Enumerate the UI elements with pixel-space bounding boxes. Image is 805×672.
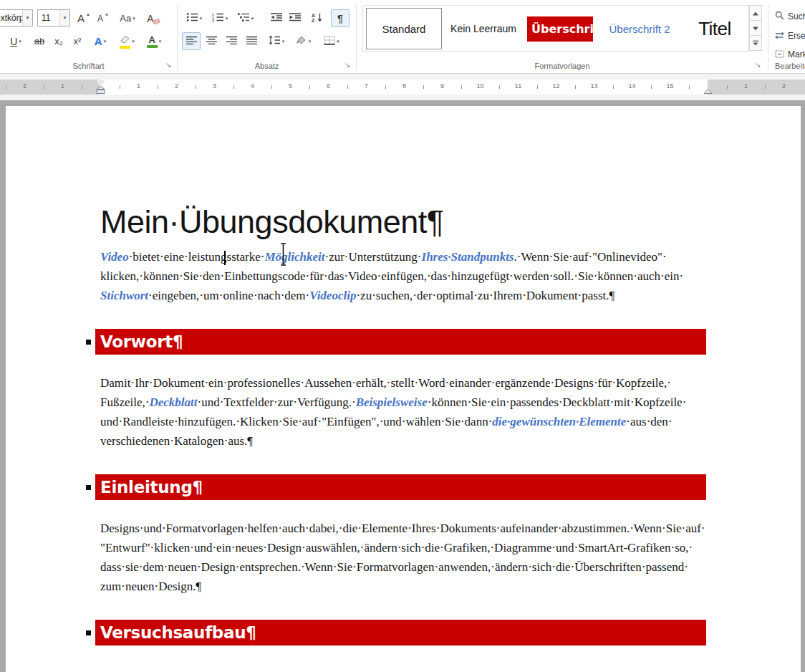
ruler-number: 12	[552, 83, 559, 90]
show-formatting-marks-button[interactable]: ¶	[331, 9, 350, 27]
emphasis-text: Video	[100, 250, 129, 264]
pilcrow-icon: ¶	[337, 13, 343, 24]
page[interactable]: Mein·​Übungsdokument¶ Video·​bietet·​ein…	[6, 106, 801, 672]
heading-bar[interactable]: Einleitung¶	[95, 474, 706, 500]
chevron-down-icon[interactable]: ▾	[282, 39, 285, 44]
increase-indent-button[interactable]	[286, 9, 304, 27]
chevron-down-icon[interactable]: ▾	[159, 39, 162, 44]
style-ueberschrift-1[interactable]: Überschrift 1	[525, 8, 595, 49]
heading-text: Vorwort¶	[100, 332, 183, 351]
decrease-indent-button[interactable]	[268, 9, 285, 27]
text-effects-button[interactable]: A ▾	[89, 32, 112, 50]
heading-bar[interactable]: Versuchsaufbau¶	[95, 620, 706, 645]
multilevel-list-button[interactable]: ▾	[233, 9, 258, 27]
hanging-indent-marker[interactable]	[96, 86, 105, 95]
superscript-button[interactable]: x²	[69, 32, 86, 50]
styles-scroll-down-button[interactable]	[749, 20, 762, 36]
ruler-tick	[423, 85, 424, 89]
styles-more-button[interactable]	[749, 35, 762, 51]
document-title[interactable]: Mein·​Übungsdokument¶	[100, 203, 706, 241]
replace-button[interactable]: Ersetzen	[775, 29, 805, 43]
chevron-down-icon[interactable]: ▾	[19, 39, 21, 44]
select-button[interactable]: Markieren	[775, 47, 805, 62]
caret-up-icon	[752, 6, 759, 19]
font-dialog-launcher-icon[interactable]: ↘	[165, 61, 171, 69]
chevron-down-icon[interactable]: ▾	[104, 39, 107, 44]
right-indent-marker[interactable]	[703, 89, 713, 95]
word-window: Textkörper ▾ 11 ▾ A ▲ A ▼ Aa ▾ A U ▾ ab	[0, 0, 805, 672]
shading-button[interactable]: ▾	[291, 32, 315, 50]
ruler-tick	[385, 85, 386, 89]
align-left-button[interactable]	[182, 32, 201, 50]
shrink-font-letter: A	[97, 14, 103, 24]
ruler-number: 6	[327, 83, 330, 90]
sort-button[interactable]: AZ	[308, 9, 327, 27]
paragraph[interactable]: Video·​bietet·​eine·​leistungsstarke·​Mö…	[100, 247, 706, 305]
font-size-combo[interactable]: 11 ▾	[37, 9, 70, 27]
paragraph-dialog-launcher-icon[interactable]: ↘	[344, 61, 350, 69]
ruler-tick	[575, 85, 576, 89]
numbered-list-button[interactable]: 123 ▾	[208, 9, 232, 27]
ruler-number: 13	[590, 83, 597, 90]
chevron-down-icon[interactable]: ▾	[251, 16, 254, 21]
clear-formatting-button[interactable]: A	[143, 9, 163, 27]
justify-button[interactable]	[242, 32, 261, 50]
chevron-down-icon[interactable]: ▾	[59, 10, 69, 26]
heading-text: Einleitung¶	[100, 478, 203, 496]
decrease-indent-icon	[271, 12, 283, 24]
ruler-number: 8	[403, 83, 406, 90]
search-button[interactable]: Suchen	[775, 9, 805, 24]
ruler-bar[interactable]: 1234567891011121314151212	[0, 80, 805, 95]
font-color-button[interactable]: A ▾	[142, 32, 166, 50]
subscript-label: x₂	[54, 36, 63, 47]
font-name-combo[interactable]: Textkörper ▾	[0, 9, 33, 27]
heading-bar[interactable]: Vorwort¶	[95, 329, 706, 355]
styles-dialog-launcher-icon[interactable]: ↘	[755, 61, 761, 69]
group-separator	[177, 4, 178, 70]
bullet-list-button[interactable]: ▾	[182, 9, 206, 27]
underline-button[interactable]: U ▾	[4, 32, 27, 50]
text-highlight-button[interactable]: ▾	[115, 32, 139, 50]
strikethrough-button[interactable]: ab	[30, 32, 49, 50]
chevron-down-icon[interactable]: ▾	[132, 39, 135, 44]
chevron-down-icon[interactable]: ▾	[200, 16, 203, 21]
ruler-scale: 1234567891011121314151212	[0, 80, 805, 95]
ruler-number: 4	[251, 83, 254, 90]
text-effects-letter: A	[95, 35, 102, 47]
style-kein-leerraum[interactable]: Kein Leerraum	[445, 8, 522, 49]
chevron-down-icon[interactable]: ▾	[226, 16, 228, 21]
grow-font-button[interactable]: A ▲	[74, 9, 93, 27]
emphasis-text: Deckblatt	[149, 395, 197, 409]
style-standard[interactable]: Standard	[366, 8, 442, 49]
shrink-font-button[interactable]: A ▼	[95, 9, 112, 27]
chevron-down-icon[interactable]: ▾	[22, 10, 32, 26]
ruler[interactable]: 1234567891011121314151212	[0, 74, 805, 100]
line-spacing-button[interactable]: ▾	[265, 32, 288, 50]
group-label-font: Schriftart	[0, 62, 177, 70]
replace-label: Ersetzen	[788, 31, 805, 41]
subscript-button[interactable]: x₂	[50, 32, 67, 50]
styles-scroll-up-button[interactable]	[749, 5, 762, 21]
ruler-tick	[82, 85, 82, 89]
ruler-number: 7	[365, 83, 368, 90]
style-titel[interactable]: Titel	[684, 8, 746, 49]
grow-font-letter: A	[77, 12, 85, 24]
ruler-tick	[271, 85, 272, 89]
emphasis-text: Ihres·​Standpunkts	[422, 250, 514, 264]
justify-icon	[246, 36, 257, 47]
borders-button[interactable]: ▾	[318, 32, 345, 50]
style-ueberschrift-2[interactable]: Überschrift 2	[598, 8, 681, 49]
align-right-button[interactable]	[222, 32, 241, 50]
borders-icon	[324, 35, 335, 47]
paragraph[interactable]: Designs·​und·​Formatvorlagen·​helfen·​au…	[100, 519, 706, 596]
paragraph[interactable]: Damit·​Ihr·​Dokument·​ein·​professionell…	[100, 373, 706, 451]
ruler-tick	[461, 85, 462, 89]
ruler-number: 1	[61, 83, 64, 90]
chevron-down-icon[interactable]: ▾	[309, 39, 312, 44]
ruler-tick	[499, 85, 500, 89]
align-center-button[interactable]	[202, 32, 221, 50]
chevron-down-icon[interactable]: ▾	[337, 39, 339, 44]
align-right-icon	[226, 36, 237, 47]
ruler-tick	[689, 85, 690, 89]
change-case-button[interactable]: Aa ▾	[116, 9, 139, 27]
